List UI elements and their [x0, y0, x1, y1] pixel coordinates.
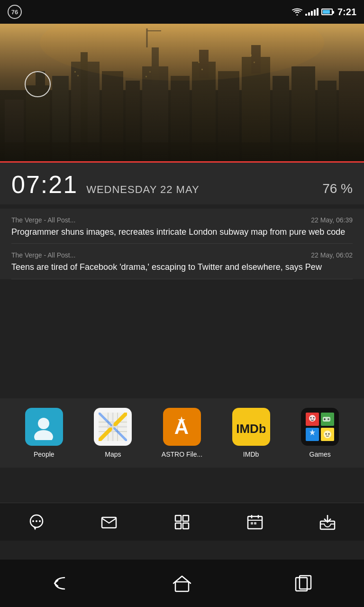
svg-point-64: [32, 520, 34, 522]
svg-point-61: [326, 433, 327, 435]
maps-icon-wrap: [94, 408, 132, 446]
dock-apps[interactable]: [168, 508, 196, 536]
astro-icon: A: [169, 414, 195, 440]
hero-image: [0, 24, 364, 161]
wifi-svg: [292, 8, 302, 16]
games-icon: [306, 413, 334, 441]
svg-point-65: [36, 520, 37, 522]
svg-rect-70: [175, 523, 181, 529]
battery-icon: [321, 9, 333, 15]
notification-badge: 76: [8, 5, 22, 19]
date-display: WEDNESDAY 22 MAY: [86, 184, 200, 196]
news-item-1[interactable]: The Verge - All Post... 22 May, 06:39 Pr…: [11, 209, 353, 244]
dock-email[interactable]: [95, 508, 123, 536]
news-time-2: 22 May, 06:02: [311, 251, 353, 259]
hero-overlay: [0, 24, 364, 161]
imdb-icon-wrap: IMDb: [232, 408, 270, 446]
nav-bar: [0, 560, 364, 607]
app-people[interactable]: People: [16, 408, 73, 458]
people-icon: [31, 414, 57, 440]
status-bar: 76: [0, 0, 364, 24]
news-item-2[interactable]: The Verge - All Post... 22 May, 06:02 Te…: [11, 244, 353, 279]
news-source-1: The Verge - All Post...: [11, 216, 75, 224]
recents-button[interactable]: [284, 569, 322, 598]
svg-rect-77: [254, 522, 256, 524]
notification-count: 76: [11, 9, 18, 16]
home-icon: [173, 574, 191, 593]
apps-dock-icon: [173, 514, 191, 531]
messages-dock-icon: [28, 514, 45, 531]
back-icon: [51, 574, 70, 593]
status-icons: [292, 8, 333, 16]
battery-percent-display: 76 %: [322, 181, 353, 196]
games-icon-wrap: [301, 408, 339, 446]
app-imdb[interactable]: IMDb IMDb: [223, 408, 280, 458]
people-icon-wrap: [25, 408, 63, 446]
status-time: 7:21: [337, 7, 356, 18]
recents-icon: [294, 574, 313, 593]
news-time-1: 22 May, 06:39: [311, 216, 353, 224]
svg-point-66: [39, 520, 41, 522]
app-maps[interactable]: Maps: [84, 408, 141, 458]
svg-rect-68: [175, 515, 181, 521]
astro-label: ASTRO File...: [162, 451, 202, 458]
maps-label: Maps: [105, 451, 121, 458]
news-feed: The Verge - All Post... 22 May, 06:39 Pr…: [0, 209, 364, 279]
home-button[interactable]: [163, 569, 201, 598]
dock-calendar[interactable]: [241, 508, 269, 536]
svg-point-53: [310, 417, 312, 419]
calendar-dock-icon: [246, 514, 264, 531]
svg-point-62: [328, 433, 330, 435]
svg-rect-69: [183, 515, 189, 521]
inbox-dock-icon: [319, 514, 336, 531]
imdb-label: IMDb: [243, 451, 259, 458]
signal-icon: [305, 8, 318, 16]
astro-icon-wrap: A: [163, 408, 201, 446]
app-astro[interactable]: A ASTRO File...: [154, 408, 210, 458]
app-games[interactable]: Games: [291, 408, 348, 458]
time-display: 07:21: [11, 170, 78, 199]
maps-icon: [99, 413, 127, 441]
news-headline-2: Teens are tired of Facebook 'drama,' esc…: [11, 262, 353, 273]
svg-rect-71: [183, 523, 189, 529]
svg-rect-76: [251, 522, 253, 524]
svg-text:IMDb: IMDb: [237, 422, 265, 436]
news-headline-1: Programmer shuns images, recreates intri…: [11, 227, 353, 238]
svg-point-54: [313, 417, 315, 419]
svg-point-60: [324, 431, 331, 438]
dock-inbox[interactable]: [313, 508, 342, 536]
svg-rect-79: [175, 582, 189, 591]
svg-point-56: [328, 418, 329, 420]
battery-fill: [323, 10, 330, 14]
svg-point-35: [34, 430, 53, 440]
back-button[interactable]: [42, 569, 80, 598]
lock-circle[interactable]: [25, 71, 51, 97]
svg-point-34: [38, 418, 49, 429]
app-grid: People Maps A: [0, 398, 364, 468]
imdb-icon: IMDb: [237, 414, 265, 440]
news-source-2: The Verge - All Post...: [11, 251, 75, 259]
people-label: People: [34, 451, 55, 458]
email-dock-icon: [100, 514, 118, 531]
dock-messages[interactable]: [22, 508, 51, 536]
datetime-widget: 07:21 WEDNESDAY 22 MAY 76 %: [0, 163, 364, 204]
dock: [0, 503, 364, 541]
status-right: 7:21: [292, 7, 356, 18]
wifi-icon: [292, 8, 302, 16]
games-label: Games: [309, 451, 331, 458]
